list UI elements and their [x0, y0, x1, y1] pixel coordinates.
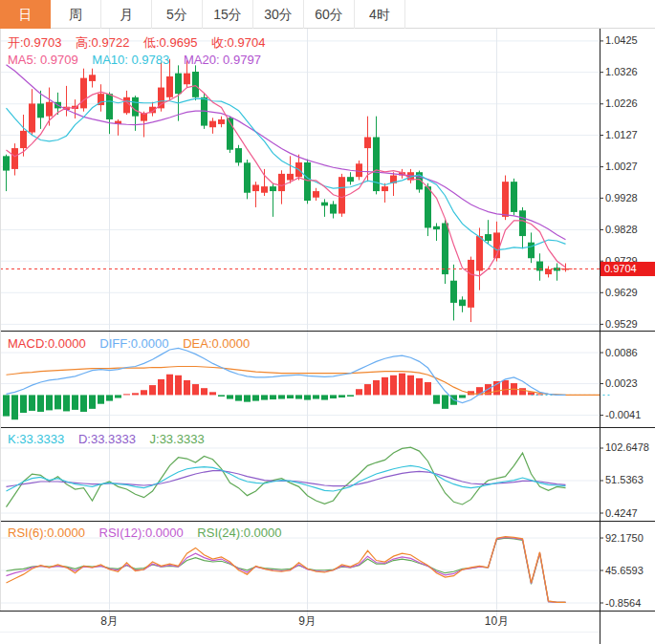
svg-text:-0.8564: -0.8564 [605, 597, 641, 609]
tab-5min[interactable]: 5分 [152, 0, 203, 29]
macd-histogram [3, 374, 543, 419]
candlestick-layer [3, 59, 569, 322]
chart-app: 1.04251.03261.02261.01271.00270.99280.98… [0, 0, 655, 644]
chart-canvas: 1.04251.03261.02261.01271.00270.99280.98… [0, 0, 655, 644]
tab-day[interactable]: 日 [0, 0, 51, 29]
tab-week[interactable]: 周 [51, 0, 101, 29]
svg-text:102.6478: 102.6478 [605, 441, 649, 453]
gridlines [0, 29, 600, 616]
svg-text:-0.0041: -0.0041 [605, 409, 641, 420]
tab-30min[interactable]: 30分 [253, 0, 304, 29]
svg-text:1.0326: 1.0326 [605, 66, 638, 77]
tab-60min[interactable]: 60分 [304, 0, 355, 29]
svg-text:0.0023: 0.0023 [605, 377, 638, 389]
kdj-lines [7, 447, 566, 507]
current-price-tag: 0.9704 [600, 262, 655, 276]
tab-month[interactable]: 月 [101, 0, 152, 29]
x-axis-month-labels: 8月9月10月 [100, 614, 509, 628]
svg-text:10月: 10月 [485, 614, 509, 628]
rsi-lines [7, 537, 566, 603]
svg-text:8月: 8月 [100, 614, 119, 628]
svg-text:0.9629: 0.9629 [605, 287, 638, 298]
tab-4hour[interactable]: 4时 [355, 0, 405, 29]
price-axis-labels: 1.04251.03261.02261.01271.00270.99280.98… [600, 34, 649, 608]
svg-text:92.1750: 92.1750 [605, 532, 644, 544]
svg-text:1.0127: 1.0127 [605, 129, 638, 140]
svg-text:0.0086: 0.0086 [605, 347, 638, 358]
svg-text:51.5363: 51.5363 [605, 474, 644, 485]
svg-text:9月: 9月 [298, 614, 317, 628]
svg-text:0.9529: 0.9529 [605, 318, 638, 330]
tab-15min[interactable]: 15分 [203, 0, 253, 29]
svg-text:0.9928: 0.9928 [605, 192, 638, 204]
svg-text:1.0425: 1.0425 [605, 34, 638, 46]
period-tab-bar: 日 周 月 5分 15分 30分 60分 4时 [0, 0, 655, 29]
svg-text:0.9828: 0.9828 [605, 224, 638, 235]
svg-text:45.6593: 45.6593 [605, 565, 644, 576]
svg-text:1.0027: 1.0027 [605, 161, 638, 172]
svg-text:0.9704: 0.9704 [604, 263, 637, 274]
svg-text:0.4247: 0.4247 [605, 507, 638, 519]
svg-text:1.0226: 1.0226 [605, 97, 638, 109]
